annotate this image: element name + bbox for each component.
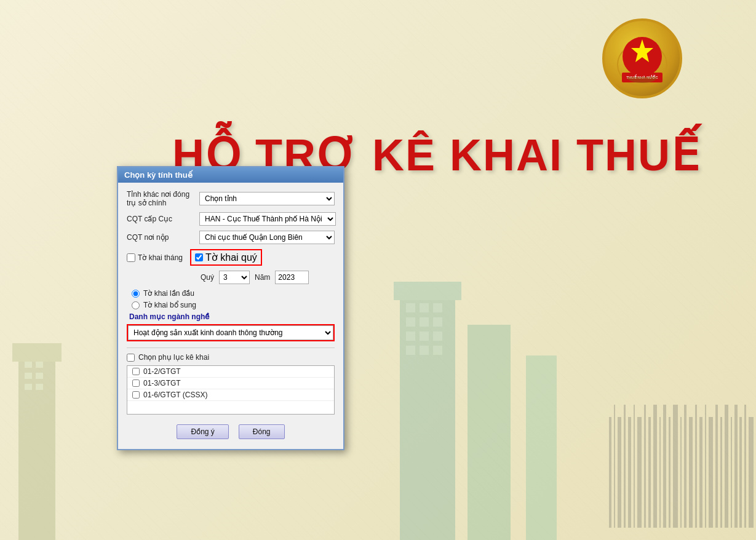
dialog-content: Tỉnh khác nơi đóng trụ sở chính Chọn tỉn… bbox=[118, 183, 343, 449]
svg-rect-2 bbox=[25, 362, 32, 368]
svg-rect-38 bbox=[680, 417, 682, 528]
list-item-checkbox-2[interactable] bbox=[132, 391, 140, 399]
svg-rect-25 bbox=[614, 405, 615, 528]
list-item-checkbox-0[interactable] bbox=[132, 368, 140, 375]
cqt-cap-cuc-select[interactable]: HAN - Cục Thuế Thành phố Hà Nội bbox=[199, 212, 336, 226]
dong-button[interactable]: Đóng bbox=[239, 424, 285, 439]
svg-rect-20 bbox=[420, 346, 429, 355]
radio-lan-dau-row: Tờ khai lần đầu bbox=[127, 289, 335, 298]
phu-luc-checkbox[interactable] bbox=[127, 354, 135, 362]
svg-rect-30 bbox=[637, 417, 642, 528]
svg-rect-35 bbox=[663, 405, 666, 528]
dialog-titlebar: Chọn kỳ tính thuế bbox=[118, 167, 343, 183]
cqt-cap-cuc-row: CQT cấp Cục HAN - Cục Thuế Thành phố Hà … bbox=[127, 212, 335, 226]
radio-bo-sung[interactable] bbox=[132, 301, 140, 309]
svg-rect-9 bbox=[394, 282, 461, 300]
svg-rect-42 bbox=[699, 417, 702, 528]
button-row: Đồng ý Đóng bbox=[127, 421, 335, 442]
svg-rect-27 bbox=[624, 405, 626, 528]
svg-rect-15 bbox=[433, 317, 442, 327]
tinh-select[interactable]: Chọn tỉnh bbox=[199, 192, 335, 205]
svg-rect-18 bbox=[433, 332, 442, 341]
to-khai-row: Tờ khai tháng Tờ khai quý bbox=[127, 249, 335, 266]
logo-circle: THUẾ NHÀ NƯỚC bbox=[602, 18, 682, 98]
svg-rect-17 bbox=[420, 332, 429, 341]
svg-rect-10 bbox=[406, 303, 415, 312]
list-item-label-1: 01-3/GTGT bbox=[143, 379, 181, 387]
svg-rect-46 bbox=[720, 417, 722, 528]
svg-rect-3 bbox=[36, 362, 43, 368]
radio-bo-sung-label: Tờ khai bổ sung bbox=[143, 301, 196, 309]
to-khai-quy-checkbox[interactable] bbox=[195, 253, 203, 261]
svg-rect-1 bbox=[12, 343, 62, 362]
quy-select[interactable]: 1 2 3 4 bbox=[219, 271, 250, 284]
divider bbox=[127, 347, 335, 348]
to-khai-thang-checkbox[interactable] bbox=[127, 253, 135, 262]
svg-rect-21 bbox=[433, 346, 442, 355]
to-khai-thang-item: Tờ khai tháng bbox=[127, 253, 183, 262]
svg-rect-48 bbox=[731, 417, 732, 528]
cqt-noi-nop-select[interactable]: Chi cục thuế Quận Long Biên bbox=[199, 231, 335, 244]
svg-rect-51 bbox=[744, 405, 746, 528]
radio-lan-dau-label: Tờ khai lần đầu bbox=[143, 289, 194, 298]
svg-rect-31 bbox=[644, 405, 646, 528]
svg-rect-41 bbox=[695, 405, 697, 528]
svg-rect-16 bbox=[406, 332, 415, 341]
svg-rect-12 bbox=[433, 303, 442, 312]
svg-rect-22 bbox=[468, 325, 511, 540]
phu-luc-label: Chọn phụ lục kê khai bbox=[138, 353, 209, 362]
list-item-label-0: 01-2/GTGT bbox=[143, 367, 181, 376]
logo-container: THUẾ NHÀ NƯỚC bbox=[602, 18, 682, 98]
svg-rect-47 bbox=[725, 405, 728, 528]
logo-svg: THUẾ NHÀ NƯỚC bbox=[615, 31, 670, 86]
danh-muc-container: Hoạt động sản xuất kinh doanh thông thườ… bbox=[127, 324, 335, 341]
dialog: Chọn kỳ tính thuế Tỉnh khác nơi đóng trụ… bbox=[117, 166, 344, 450]
dialog-title: Chọn kỳ tính thuế bbox=[124, 170, 193, 180]
svg-rect-29 bbox=[634, 405, 635, 528]
svg-rect-13 bbox=[406, 317, 415, 327]
danh-muc-label: Danh mục ngành nghề bbox=[127, 312, 335, 321]
svg-rect-28 bbox=[628, 417, 631, 528]
to-khai-quy-highlighted: Tờ khai quý bbox=[190, 249, 262, 266]
cqt-noi-nop-row: CQT nơi nộp Chi cục thuế Quận Long Biên bbox=[127, 231, 335, 244]
radio-lan-dau[interactable] bbox=[132, 290, 140, 298]
svg-rect-40 bbox=[689, 417, 693, 528]
svg-rect-5 bbox=[36, 373, 43, 379]
list-item[interactable]: 01-3/GTGT bbox=[127, 378, 334, 389]
svg-rect-52 bbox=[749, 417, 754, 528]
svg-rect-44 bbox=[709, 417, 713, 528]
svg-rect-45 bbox=[715, 405, 718, 528]
svg-rect-32 bbox=[648, 417, 651, 528]
svg-rect-36 bbox=[669, 417, 670, 528]
phu-luc-list[interactable]: 01-2/GTGT 01-3/GTGT 01-6/GTGT (CSSX) bbox=[127, 365, 335, 415]
svg-rect-26 bbox=[618, 417, 621, 528]
phu-luc-row: Chọn phụ lục kê khai bbox=[127, 353, 335, 362]
danh-muc-select[interactable]: Hoạt động sản xuất kinh doanh thông thườ… bbox=[128, 325, 333, 340]
svg-rect-11 bbox=[420, 303, 429, 312]
svg-rect-24 bbox=[609, 417, 611, 528]
quy-label: Quý bbox=[201, 273, 214, 282]
svg-rect-43 bbox=[705, 405, 706, 528]
svg-rect-39 bbox=[684, 405, 686, 528]
svg-rect-19 bbox=[406, 346, 415, 355]
tinh-label: Tỉnh khác nơi đóng trụ sở chính bbox=[127, 190, 194, 207]
nam-input[interactable] bbox=[275, 271, 309, 284]
list-item[interactable]: 01-2/GTGT bbox=[127, 366, 334, 378]
svg-rect-4 bbox=[25, 373, 32, 379]
cqt-noi-nop-label: CQT nơi nộp bbox=[127, 233, 194, 242]
radio-bo-sung-row: Tờ khai bổ sung bbox=[127, 301, 335, 309]
tinh-row: Tỉnh khác nơi đóng trụ sở chính Chọn tỉn… bbox=[127, 190, 335, 207]
svg-rect-49 bbox=[734, 405, 738, 528]
list-item[interactable]: 01-6/GTGT (CSSX) bbox=[127, 389, 334, 401]
dong-y-button[interactable]: Đồng ý bbox=[177, 424, 228, 439]
list-item-checkbox-1[interactable] bbox=[132, 379, 140, 387]
nam-label: Năm bbox=[255, 273, 270, 282]
svg-rect-6 bbox=[25, 384, 32, 390]
svg-rect-8 bbox=[400, 294, 455, 540]
svg-rect-34 bbox=[659, 417, 661, 528]
quy-nam-row: Quý 1 2 3 4 Năm bbox=[127, 271, 335, 284]
svg-rect-7 bbox=[36, 384, 43, 390]
bg-buildings bbox=[0, 232, 756, 540]
svg-rect-23 bbox=[526, 355, 557, 540]
to-khai-thang-label: Tờ khai tháng bbox=[138, 253, 183, 262]
